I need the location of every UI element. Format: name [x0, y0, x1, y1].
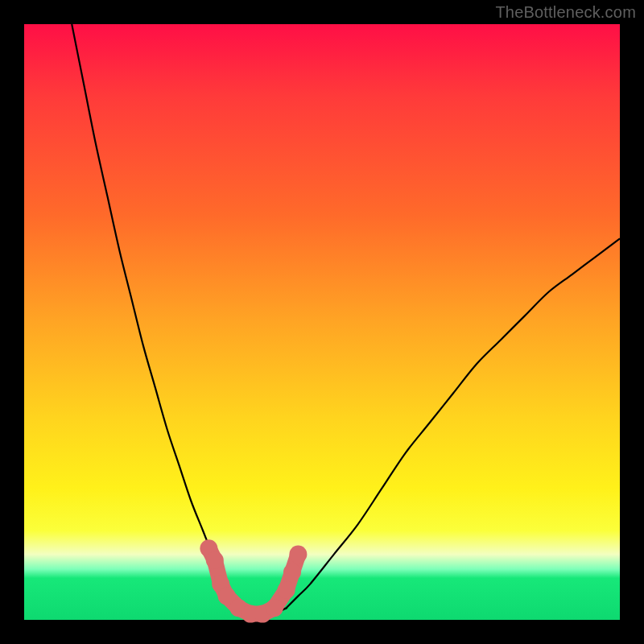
marker-dot	[266, 599, 283, 617]
marker-dot	[283, 564, 301, 581]
marker-dot	[206, 551, 224, 569]
marker-dot	[289, 546, 307, 564]
marker-dot	[278, 581, 295, 599]
bottleneck-curve	[72, 24, 620, 617]
chart-frame: TheBottleneck.com	[0, 0, 644, 644]
marker-group	[200, 539, 307, 622]
curve-group	[72, 24, 620, 617]
chart-svg	[24, 24, 620, 620]
watermark-text: TheBottleneck.com	[495, 3, 636, 22]
chart-plot-area	[24, 24, 620, 620]
